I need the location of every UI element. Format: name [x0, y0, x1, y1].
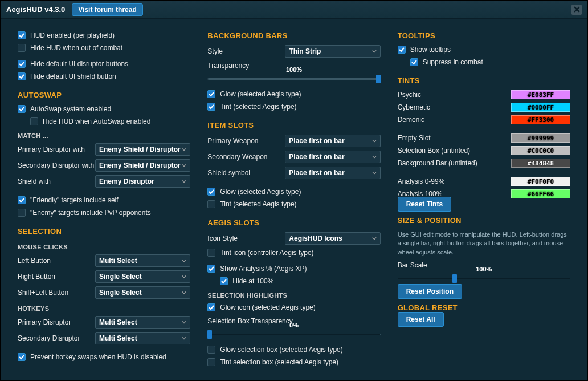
icon-style-select[interactable]: AegisHUD Icons [285, 232, 380, 245]
tint-swatch[interactable]: #FF3300 [511, 115, 570, 124]
prevent-swaps-label: Prevent hotkey swaps when HUD is disable… [30, 353, 166, 361]
reset-all-button[interactable]: Reset All [398, 312, 444, 327]
glow-bg-label: Glow (selected Aegis type) [220, 90, 301, 98]
tint-icon-label: Tint icon (controller Aegis type) [220, 249, 313, 257]
column-bars: BACKGROUND BARS StyleThin Strip Transpar… [207, 29, 380, 369]
tint-selbox-label: Tint selection box (selected Aegis type) [220, 358, 338, 366]
hide-ooc-checkbox[interactable] [18, 44, 26, 52]
glow-selbox-checkbox[interactable] [207, 346, 215, 354]
selbox-trans-slider[interactable]: 0% [207, 329, 380, 340]
slider-thumb[interactable] [376, 75, 381, 83]
tint-name: Analysis 0-99% [398, 177, 507, 185]
chevron-down-icon [182, 147, 186, 152]
right-btn-label: Right Button [18, 273, 95, 281]
secondary-w-label: Secondary Weapon [207, 153, 285, 161]
slider-thumb[interactable] [452, 274, 457, 283]
hide-100-checkbox[interactable] [220, 277, 228, 285]
show-analysis-checkbox[interactable] [207, 265, 215, 273]
forum-link-button[interactable]: Visit forum thread [72, 3, 142, 16]
hide-when-autoswap-label: Hide HUD when AutoSwap enabled [43, 117, 150, 125]
primary-w-select[interactable]: Place first on bar [285, 135, 380, 147]
hide-when-autoswap-checkbox[interactable] [30, 117, 38, 125]
size-pos-heading: SIZE & POSITION [398, 216, 570, 225]
hide-ooc-label: Hide HUD when out of combat [30, 44, 122, 52]
hk-primary-select[interactable]: Multi Select [95, 316, 190, 329]
glow-icon-checkbox[interactable] [207, 303, 215, 311]
tint-swatch[interactable]: #E083FF [511, 90, 570, 99]
left-btn-select[interactable]: Multi Select [95, 254, 190, 267]
hk-secondary-label: Secondary Disruptor [18, 334, 95, 342]
left-btn-label: Left Button [18, 257, 95, 265]
tint-item-checkbox[interactable] [207, 200, 215, 208]
tint-swatch[interactable]: #00D0FF [511, 103, 570, 112]
selection-heading: SELECTION [18, 227, 190, 236]
chevron-down-icon [372, 49, 377, 54]
tint-swatch[interactable]: #66FF66 [511, 189, 570, 198]
glow-item-checkbox[interactable] [207, 188, 215, 196]
shift-left-label: Shift+Left Button [18, 289, 95, 297]
hk-primary-label: Primary Disruptor [18, 318, 95, 326]
chevron-down-icon [182, 274, 186, 279]
autoswap-enabled-checkbox[interactable] [18, 105, 26, 113]
match-shield-label: Shield with [18, 177, 95, 185]
tint-row: Cybernetic#00D0FF [398, 101, 570, 114]
prevent-swaps-checkbox[interactable] [18, 353, 26, 361]
tint-bg-checkbox[interactable] [207, 103, 215, 111]
secondary-w-select[interactable]: Place first on bar [285, 151, 380, 163]
hide-disruptor-btns-checkbox[interactable] [18, 60, 26, 68]
chevron-down-icon [182, 320, 186, 325]
tint-name: Psychic [398, 91, 507, 99]
reset-tints-button[interactable]: Reset Tints [398, 197, 451, 212]
chevron-down-icon [182, 163, 186, 168]
suppress-tt-checkbox[interactable] [410, 58, 418, 66]
tint-icon-checkbox[interactable] [207, 249, 215, 257]
slider-thumb[interactable] [207, 330, 212, 339]
glow-item-label: Glow (selected Aegis type) [220, 188, 301, 196]
tint-swatch[interactable]: #F0F0F0 [511, 177, 570, 186]
column-tints: TOOLTIPS Show tooltips Suppress in comba… [398, 29, 570, 369]
tint-row: Selection Box (untinted)#C0C0C0 [398, 144, 570, 157]
hud-enabled-checkbox[interactable] [18, 31, 26, 39]
transparency-slider[interactable]: 100% [207, 73, 380, 84]
hide-disruptor-btns-label: Hide default UI disruptor buttons [30, 60, 128, 68]
tint-row: Background Bar (untinted)#484848 [398, 157, 570, 169]
tint-name: Cybernetic [398, 103, 507, 111]
chevron-down-icon [182, 258, 186, 263]
shield-sym-select[interactable]: Place first on bar [285, 167, 380, 179]
hk-secondary-select[interactable]: Multi Select [95, 332, 190, 344]
match-secondary-select[interactable]: Enemy Shield / Disruptor [95, 159, 190, 172]
tint-selbox-checkbox[interactable] [207, 358, 215, 366]
tint-swatch[interactable]: #999999 [511, 133, 570, 143]
tint-item-label: Tint (selected Aegis type) [220, 200, 296, 208]
style-select[interactable]: Thin Strip [285, 45, 380, 58]
hide-shield-btn-checkbox[interactable] [18, 72, 26, 80]
titlebar: AegisHUD v4.3.0 Visit forum thread [1, 1, 587, 19]
window-title: AegisHUD v4.3.0 [6, 5, 65, 14]
enemy-pvp-label: "Enemy" targets include PvP opponents [30, 209, 151, 217]
match-shield-select[interactable]: Enemy Disruptor [95, 175, 190, 188]
bar-scale-slider[interactable]: 100% [398, 273, 570, 284]
show-analysis-label: Show Analysis % (Aegis XP) [220, 265, 307, 273]
tint-name: Selection Box (untinted) [398, 147, 507, 155]
tooltips-heading: TOOLTIPS [398, 31, 570, 40]
tint-swatch[interactable]: #C0C0C0 [511, 146, 570, 155]
aegis-slots-heading: AEGIS SLOTS [207, 218, 380, 227]
tint-swatch[interactable]: #484848 [511, 159, 570, 168]
reset-position-button[interactable]: Reset Position [398, 284, 462, 299]
glow-bg-checkbox[interactable] [207, 90, 215, 98]
shield-sym-label: Shield symbol [207, 169, 285, 177]
right-btn-select[interactable]: Single Select [95, 270, 190, 283]
size-pos-help: Use GUI edit mode to manipulate the HUD.… [398, 230, 570, 257]
chevron-down-icon [372, 139, 377, 143]
icon-style-label: Icon Style [207, 234, 285, 242]
suppress-tt-label: Suppress in combat [423, 58, 483, 66]
match-primary-select[interactable]: Enemy Shield / Disruptor [95, 143, 190, 156]
friendly-self-checkbox[interactable] [18, 196, 26, 204]
enemy-pvp-checkbox[interactable] [18, 209, 26, 217]
chevron-down-icon [372, 236, 377, 241]
show-tt-label: Show tooltips [410, 46, 451, 54]
shift-left-select[interactable]: Single Select [95, 286, 190, 299]
close-button[interactable] [571, 5, 582, 15]
hud-enabled-label: HUD enabled (per playfield) [30, 31, 115, 39]
show-tt-checkbox[interactable] [398, 46, 406, 54]
